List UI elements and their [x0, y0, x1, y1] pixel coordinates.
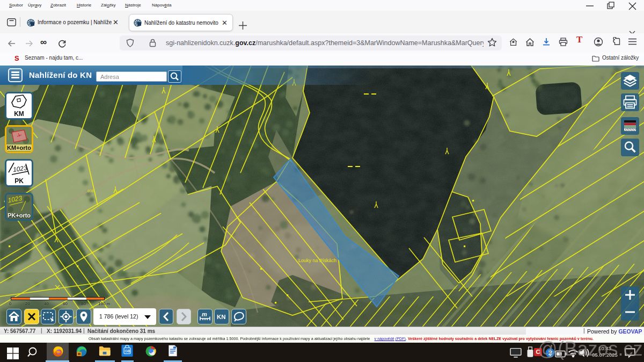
svg-text:608: 608 [87, 189, 94, 193]
svg-text:m: m [202, 311, 207, 317]
svg-text:Louky na Pískách: Louky na Pískách [298, 258, 336, 263]
svg-text:GB: GB [125, 349, 130, 353]
svg-text:KN: KN [217, 314, 226, 320]
